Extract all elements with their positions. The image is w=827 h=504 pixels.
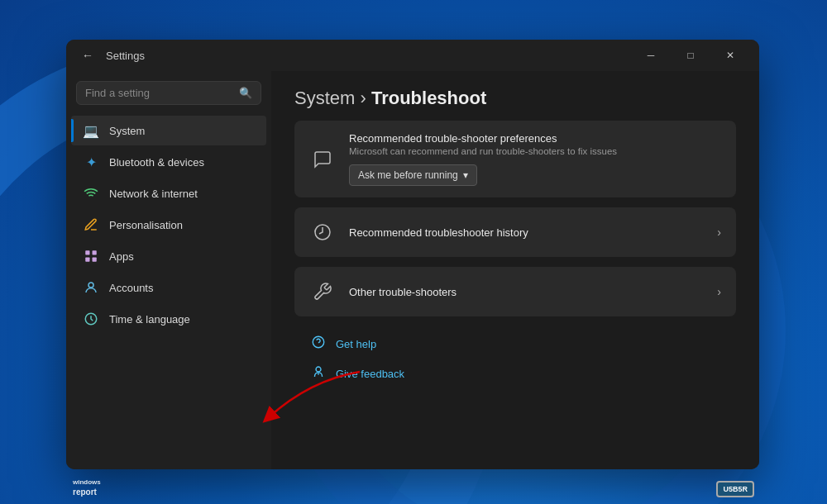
wrench-icon <box>309 278 336 305</box>
svg-point-7 <box>313 336 324 348</box>
history-action: › <box>717 226 721 239</box>
sidebar-label-system: System <box>109 125 145 137</box>
history-card: Recommended troubleshooter history › <box>294 207 736 257</box>
watermark-line1: windows <box>73 478 101 487</box>
network-icon <box>83 185 99 202</box>
chat-icon <box>309 146 336 173</box>
window-controls: ─ □ ✕ <box>632 43 749 68</box>
give-feedback-icon <box>309 364 327 383</box>
sidebar-label-time: Time & language <box>109 313 190 326</box>
search-input[interactable] <box>85 87 232 99</box>
history-title: Recommended troubleshooter history <box>349 226 704 239</box>
titlebar: ← Settings ─ □ ✕ <box>66 40 759 71</box>
sidebar-item-personalisation[interactable]: Personalisation <box>71 210 266 240</box>
svg-rect-3 <box>93 258 97 262</box>
sidebar-label-apps: Apps <box>109 250 134 263</box>
sidebar-label-bluetooth: Bluetooth & devices <box>109 156 204 169</box>
sidebar: 🔍 💻 System ✦ Bluetooth & devices Network… <box>66 71 271 469</box>
dropdown-label: Ask me before running <box>358 169 458 181</box>
svg-point-9 <box>316 367 321 372</box>
svg-point-4 <box>88 283 93 288</box>
svg-rect-0 <box>85 250 89 254</box>
other-title: Other trouble-shooters <box>349 286 704 298</box>
sidebar-item-network[interactable]: Network & internet <box>71 178 266 208</box>
preferences-text: Recommended trouble-shooter preferences … <box>349 132 721 186</box>
get-help-icon <box>309 335 327 353</box>
other-card: Other trouble-shooters › <box>294 267 736 316</box>
other-chevron-icon: › <box>717 285 721 298</box>
back-button[interactable]: ← <box>76 44 99 67</box>
search-box[interactable]: 🔍 <box>76 81 261 105</box>
preferences-subtitle: Microsoft can recommend and run trouble-… <box>349 146 721 156</box>
search-icon: 🔍 <box>239 87 252 99</box>
close-button[interactable]: ✕ <box>711 43 749 68</box>
u5b5r-watermark: U5B5R <box>716 481 754 497</box>
preferences-title: Recommended trouble-shooter preferences <box>349 132 721 145</box>
other-text: Other trouble-shooters <box>349 286 704 298</box>
time-icon <box>83 311 99 327</box>
titlebar-title: Settings <box>106 50 145 62</box>
breadcrumb-text: System › Troubleshoot <box>294 88 736 109</box>
get-help-label: Get help <box>336 338 376 350</box>
sidebar-item-apps[interactable]: Apps <box>71 241 266 271</box>
breadcrumb: System › Troubleshoot <box>271 71 759 121</box>
content-inner: Recommended trouble-shooter preferences … <box>271 121 759 407</box>
other-action: › <box>717 285 721 298</box>
svg-rect-2 <box>85 258 89 262</box>
other-row[interactable]: Other trouble-shooters › <box>294 267 736 316</box>
breadcrumb-separator: › <box>355 88 371 108</box>
dropdown-chevron-icon: ▾ <box>463 169 468 181</box>
bluetooth-icon: ✦ <box>83 154 99 170</box>
sidebar-item-time[interactable]: Time & language <box>71 304 266 334</box>
accounts-icon <box>83 279 99 296</box>
give-feedback-link[interactable]: Give feedback <box>301 359 729 388</box>
svg-rect-1 <box>93 250 97 254</box>
history-row[interactable]: Recommended troubleshooter history › <box>294 207 736 257</box>
get-help-link[interactable]: Get help <box>301 330 729 358</box>
preferences-card: Recommended trouble-shooter preferences … <box>294 121 736 197</box>
link-section: Get help Give feedback <box>294 326 736 391</box>
preferences-row: Recommended trouble-shooter preferences … <box>294 121 736 197</box>
history-icon <box>309 219 336 245</box>
sidebar-label-personalisation: Personalisation <box>109 219 183 231</box>
sidebar-item-accounts[interactable]: Accounts <box>71 273 266 302</box>
maximize-button[interactable]: □ <box>672 43 710 68</box>
ask-before-running-dropdown[interactable]: Ask me before running ▾ <box>349 164 477 186</box>
windows-report-watermark: windows report <box>73 478 101 497</box>
apps-icon <box>83 248 99 264</box>
history-chevron-icon: › <box>717 226 721 239</box>
history-text: Recommended troubleshooter history <box>349 226 704 239</box>
breadcrumb-current: Troubleshoot <box>371 88 486 108</box>
sidebar-label-network: Network & internet <box>109 188 198 200</box>
minimize-button[interactable]: ─ <box>632 43 670 68</box>
sidebar-label-accounts: Accounts <box>109 282 153 294</box>
watermark-line2: report <box>73 487 101 497</box>
sidebar-item-bluetooth[interactable]: ✦ Bluetooth & devices <box>71 147 266 177</box>
give-feedback-label: Give feedback <box>336 368 404 380</box>
settings-window: ← Settings ─ □ ✕ 🔍 💻 System <box>66 40 759 469</box>
main-layout: 🔍 💻 System ✦ Bluetooth & devices Network… <box>66 71 759 469</box>
sidebar-item-system[interactable]: 💻 System <box>71 116 266 145</box>
content-area: System › Troubleshoot Recommended troubl… <box>271 71 759 469</box>
breadcrumb-parent: System <box>294 88 355 108</box>
personalisation-icon <box>83 216 99 233</box>
system-icon: 💻 <box>83 122 99 139</box>
